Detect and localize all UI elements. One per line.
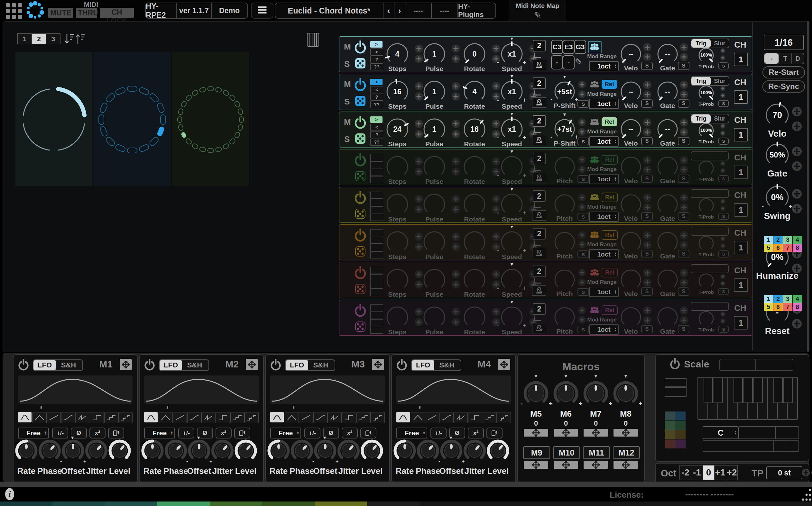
steps-knob[interactable]	[383, 153, 411, 181]
ratchet-count[interactable]: 2	[533, 115, 545, 126]
gate-knob[interactable]	[654, 229, 681, 255]
pitch-knob[interactable]	[551, 154, 578, 180]
wave-shape-1[interactable]	[18, 412, 31, 422]
scale-color-swatch[interactable]	[665, 439, 675, 448]
resync-button[interactable]: Re-Sync	[762, 80, 805, 93]
scale-custom-box[interactable]	[703, 440, 799, 452]
decrement-button[interactable]	[643, 166, 652, 174]
increment-button[interactable]	[452, 157, 460, 166]
increment-button[interactable]	[792, 189, 802, 199]
increment-button[interactable]	[643, 306, 652, 315]
speed-knob[interactable]	[498, 191, 526, 218]
scale-color-swatch[interactable]	[665, 412, 675, 420]
tprob-knob[interactable]	[695, 233, 717, 254]
macro-knob-M5[interactable]	[522, 380, 550, 409]
rel-toggle[interactable]: Rel	[602, 192, 618, 202]
gen-mode-option[interactable]	[370, 274, 383, 281]
lfo-wave-display[interactable]	[144, 375, 259, 404]
lfo-knob-row[interactable]	[140, 437, 263, 467]
rel-toggle[interactable]: Rel	[602, 155, 618, 165]
power-icon[interactable]	[354, 229, 367, 243]
wave-shape-4[interactable]	[61, 412, 75, 423]
piano-black-key[interactable]	[773, 377, 783, 403]
lfo-toggle-lfo[interactable]: LFO	[412, 360, 434, 370]
increment-button[interactable]	[578, 306, 586, 314]
lfo-wave-display[interactable]	[270, 375, 385, 404]
dice-icon[interactable]	[355, 95, 366, 108]
chord-note-2[interactable]: E3	[563, 40, 575, 54]
increment-button[interactable]	[720, 48, 726, 53]
rate-mode-straight[interactable]: -	[764, 53, 779, 64]
resize-grip[interactable]	[797, 487, 812, 502]
chord-note-5[interactable]: -	[563, 55, 575, 69]
scale-color-swatch[interactable]	[665, 421, 675, 430]
macro-button-M11[interactable]: M11	[583, 446, 610, 459]
sort-desc-icon[interactable]	[64, 33, 74, 46]
wave-shape-1[interactable]	[396, 412, 410, 422]
rotate-knob[interactable]	[461, 153, 488, 181]
mod-sources-icon[interactable]	[589, 118, 600, 127]
gen-mode-option[interactable]	[370, 267, 383, 274]
gate-knob[interactable]	[654, 154, 681, 180]
increment-button[interactable]	[680, 156, 688, 164]
increment-button[interactable]	[680, 306, 688, 315]
pulse-knob[interactable]	[421, 228, 448, 256]
solo-mod-button[interactable]: S	[718, 326, 729, 333]
solo-mod-button[interactable]: S	[578, 138, 589, 145]
rotate-knob[interactable]	[461, 304, 488, 331]
gen-mode-rand[interactable]: ?	[370, 56, 383, 63]
lfo-toggle-sh[interactable]: S&H	[56, 360, 81, 370]
track-select-4-humanize[interactable]: 4	[793, 295, 802, 303]
decrement-button[interactable]	[452, 167, 460, 176]
lfo-toggle-sh[interactable]: S&H	[308, 360, 333, 370]
tp-value[interactable]: 0 st	[766, 467, 802, 479]
solo-mod-button[interactable]: S	[718, 100, 729, 107]
gen-mode-back[interactable]: <	[370, 124, 383, 131]
dice-icon[interactable]	[355, 171, 366, 183]
wave-shape-2[interactable]	[411, 412, 425, 423]
decrement-button[interactable]	[680, 203, 688, 212]
lfo-toggle-lfo[interactable]: LFO	[286, 360, 308, 370]
solo-mod-button[interactable]: S	[718, 62, 729, 69]
lfo-knob-row[interactable]	[13, 437, 137, 467]
macro-assign-button[interactable]	[553, 461, 578, 469]
rel-toggle[interactable]: Rel	[602, 117, 617, 126]
ratchet-shape-icon[interactable]	[534, 203, 541, 208]
dice-icon[interactable]	[355, 58, 366, 70]
wave-shape-7[interactable]	[357, 412, 371, 423]
wave-shape-4[interactable]	[439, 412, 454, 423]
decrement-button[interactable]	[643, 203, 652, 212]
mod-sources-icon[interactable]	[589, 43, 600, 52]
solo-button[interactable]: S	[344, 135, 350, 144]
gen-mode-option[interactable]	[370, 305, 383, 312]
rate-mode-triplet[interactable]: T	[779, 53, 791, 64]
gate-knob[interactable]	[654, 191, 681, 218]
track-select-3[interactable]: 3	[783, 236, 792, 244]
track-select-4[interactable]: 4	[793, 236, 802, 244]
wave-shape-8[interactable]	[497, 412, 511, 423]
macro-assign-button[interactable]	[613, 461, 638, 469]
lfo-power-icon[interactable]	[17, 359, 29, 372]
scale-type-cell[interactable]	[739, 427, 776, 438]
decrement-button[interactable]	[680, 241, 688, 249]
solo-mod-button[interactable]: S	[578, 100, 589, 108]
macro-assign-button[interactable]	[584, 461, 608, 469]
pitch-knob[interactable]	[551, 191, 578, 218]
speed-knob[interactable]	[498, 266, 526, 293]
track-select-6[interactable]: 6	[773, 244, 783, 252]
velo-knob[interactable]	[618, 266, 644, 293]
power-icon[interactable]	[354, 78, 367, 93]
macro-assign-button[interactable]	[524, 429, 548, 437]
solo-mod-button[interactable]: S	[578, 175, 589, 183]
scale-root-select[interactable]: C ▲▼	[703, 426, 739, 439]
power-icon[interactable]	[354, 153, 367, 168]
scale-box-a[interactable]	[665, 378, 686, 387]
piano-black-key[interactable]	[743, 377, 753, 403]
increment-button[interactable]	[578, 156, 586, 164]
increment-button[interactable]	[792, 107, 802, 116]
solo-mod-button[interactable]: S	[718, 175, 729, 182]
decrement-button[interactable]	[792, 264, 802, 273]
channel-value[interactable]: 1	[734, 166, 748, 179]
lfo-move-button[interactable]	[120, 359, 132, 370]
wave-shape-8[interactable]	[119, 412, 133, 423]
